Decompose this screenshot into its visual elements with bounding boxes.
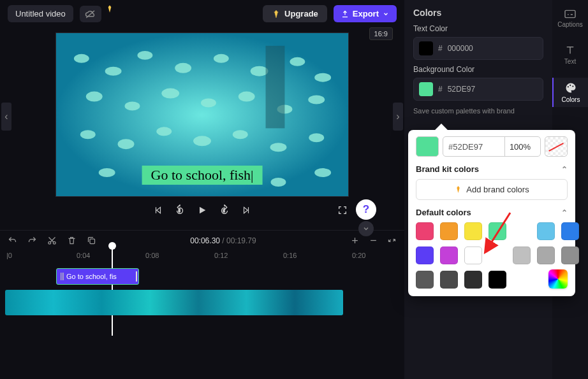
cloud-sync-icon[interactable] xyxy=(80,6,101,22)
svg-point-6 xyxy=(214,54,229,63)
svg-point-19 xyxy=(156,127,172,136)
help-button[interactable]: ? xyxy=(356,199,376,220)
svg-rect-35 xyxy=(565,10,575,17)
svg-point-5 xyxy=(175,63,191,73)
svg-point-38 xyxy=(572,85,573,87)
color-swatch[interactable] xyxy=(440,271,458,289)
play-icon[interactable] xyxy=(197,205,207,215)
svg-text:5: 5 xyxy=(223,209,225,213)
color-swatch[interactable] xyxy=(537,222,555,240)
text-color-hex: 000000 xyxy=(448,44,473,53)
rewind-5-icon[interactable]: 5 xyxy=(174,204,186,216)
bg-color-field[interactable]: # 52DE97 xyxy=(413,78,543,101)
video-clip[interactable] xyxy=(5,290,343,315)
text-color-field[interactable]: # 000000 xyxy=(413,37,543,60)
custom-color-picker-button[interactable] xyxy=(548,269,568,289)
svg-point-17 xyxy=(80,130,96,139)
svg-point-13 xyxy=(201,99,216,108)
hex-input[interactable]: #52DE97 xyxy=(448,137,504,156)
fullscreen-icon[interactable] xyxy=(337,205,348,215)
add-brand-colors-button[interactable]: Add brand colors xyxy=(416,179,568,200)
svg-point-27 xyxy=(271,178,286,187)
svg-point-18 xyxy=(118,139,135,149)
ruler-tick: 0:08 xyxy=(145,252,159,259)
no-color-swatch[interactable] xyxy=(545,136,568,157)
svg-point-4 xyxy=(137,51,152,60)
bg-color-label: Background Color xyxy=(413,65,543,74)
color-swatch[interactable] xyxy=(416,247,434,264)
svg-point-12 xyxy=(161,89,179,99)
text-color-swatch xyxy=(419,41,433,55)
color-swatch[interactable] xyxy=(464,247,482,264)
svg-point-9 xyxy=(314,73,331,82)
prev-chevron[interactable]: ‹ xyxy=(1,103,11,131)
skip-end-icon[interactable] xyxy=(242,206,251,215)
current-color-swatch[interactable] xyxy=(416,136,439,157)
tab-colors[interactable]: Colors xyxy=(552,78,588,107)
panel-heading: Colors xyxy=(413,8,543,18)
svg-rect-29 xyxy=(266,46,285,128)
color-swatch[interactable] xyxy=(440,247,458,264)
ruler-tick: 0:20 xyxy=(352,252,365,259)
redo-icon[interactable] xyxy=(27,236,37,245)
svg-point-10 xyxy=(86,92,103,102)
color-swatch[interactable] xyxy=(464,271,482,289)
svg-point-11 xyxy=(125,102,140,111)
skip-start-icon[interactable] xyxy=(154,206,163,215)
svg-point-14 xyxy=(239,92,255,102)
diamond-icon xyxy=(105,4,114,13)
upgrade-label: Upgrade xyxy=(284,9,318,18)
tab-text[interactable]: Text xyxy=(552,41,588,69)
timeline-ruler[interactable]: |0 0:04 0:08 0:12 0:16 0:20 xyxy=(0,250,404,264)
brand-kit-heading: Brand kit colors xyxy=(416,164,479,174)
svg-point-21 xyxy=(233,130,248,139)
aspect-ratio-badge[interactable]: 16:9 xyxy=(369,27,393,40)
color-swatch[interactable] xyxy=(489,222,506,240)
caption-overlay[interactable]: Go to school, fish xyxy=(142,166,263,185)
bg-color-hex: 52DE97 xyxy=(448,85,475,94)
collapse-chevron[interactable] xyxy=(358,221,374,236)
chevron-up-icon[interactable]: ⌃ xyxy=(561,208,568,217)
color-swatch[interactable] xyxy=(561,247,579,264)
project-title[interactable]: Untitled video xyxy=(8,5,73,22)
zoom-out-icon[interactable] xyxy=(369,236,378,245)
color-swatch[interactable] xyxy=(489,271,506,289)
color-swatch[interactable] xyxy=(416,222,434,240)
ruler-tick: 0:12 xyxy=(214,252,228,259)
svg-point-24 xyxy=(99,168,115,177)
color-swatch[interactable] xyxy=(440,222,458,240)
color-swatch[interactable] xyxy=(464,222,482,240)
text-color-label: Text Color xyxy=(413,24,543,33)
fit-icon[interactable] xyxy=(387,236,397,245)
text-clip[interactable]: Go to school, fis xyxy=(56,268,139,285)
bg-color-swatch xyxy=(419,82,433,96)
forward-5-icon[interactable]: 5 xyxy=(219,204,230,216)
color-swatch[interactable] xyxy=(537,247,555,264)
svg-point-3 xyxy=(105,67,122,76)
cut-icon[interactable] xyxy=(47,236,57,245)
time-display: 00:06.30 / 00:19.79 xyxy=(190,236,256,245)
color-swatch[interactable] xyxy=(416,271,434,289)
svg-point-2 xyxy=(74,54,89,63)
color-swatch[interactable] xyxy=(513,247,531,264)
svg-rect-34 xyxy=(90,239,95,244)
color-swatch[interactable] xyxy=(561,222,579,240)
ruler-tick: 0:16 xyxy=(283,252,297,259)
ruler-tick: |0 xyxy=(6,252,12,259)
add-track-icon[interactable] xyxy=(350,236,360,245)
preview-canvas[interactable]: Go to school, fish xyxy=(55,32,349,197)
next-chevron[interactable]: › xyxy=(393,103,403,131)
export-button[interactable]: Export xyxy=(334,5,397,22)
undo-icon[interactable] xyxy=(8,236,17,245)
trash-icon[interactable] xyxy=(67,236,77,245)
timeline-tracks[interactable]: Go to school, fis xyxy=(0,264,404,280)
chevron-up-icon[interactable]: ⌃ xyxy=(561,165,568,174)
opacity-input[interactable]: 100% xyxy=(504,137,535,156)
ruler-tick: 0:04 xyxy=(77,252,90,259)
svg-point-8 xyxy=(290,57,305,66)
svg-point-20 xyxy=(193,136,211,146)
upgrade-button[interactable]: Upgrade xyxy=(263,5,327,22)
text-clip-label: Go to school, fis xyxy=(66,273,117,280)
tab-captions[interactable]: Captions xyxy=(552,5,588,32)
duplicate-icon[interactable] xyxy=(87,236,96,245)
